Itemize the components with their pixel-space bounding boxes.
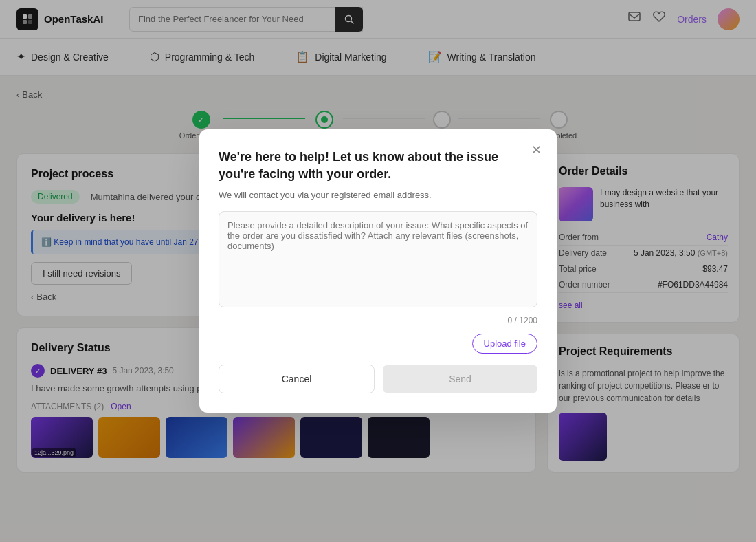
help-modal: ✕ We're here to help! Let us know about … xyxy=(199,129,557,413)
textarea-footer: 0 / 1200 xyxy=(219,316,537,325)
modal-actions: Cancel Send xyxy=(219,365,537,393)
modal-close-button[interactable]: ✕ xyxy=(526,140,546,160)
modal-overlay[interactable]: ✕ We're here to help! Let us know about … xyxy=(0,0,756,542)
char-count: 0 / 1200 xyxy=(508,316,537,325)
upload-file-button[interactable]: Upload file xyxy=(472,334,537,354)
send-button[interactable]: Send xyxy=(383,365,537,393)
modal-title: We're here to help! Let us know about th… xyxy=(219,149,537,183)
modal-subtitle: We will contact you via your registered … xyxy=(219,190,537,200)
cancel-button[interactable]: Cancel xyxy=(219,365,375,393)
issue-textarea[interactable] xyxy=(219,211,537,307)
